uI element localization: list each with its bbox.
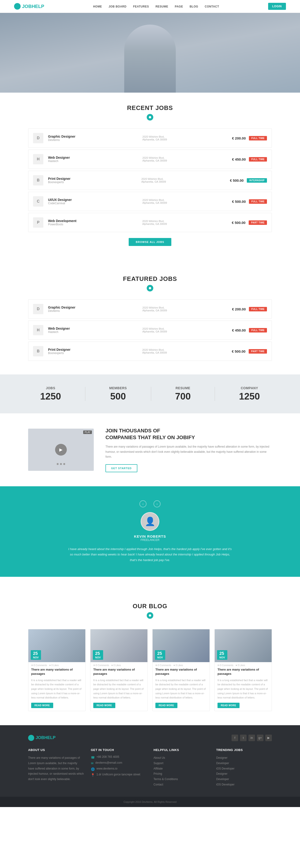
job-price-2: € 450.00 [232,157,246,161]
table-row: D Graphic Designer Devitems 2020 Wilshir… [28,300,272,319]
testimonial-arrows: ‹ › [28,500,272,507]
login-button[interactable]: LOGIN [268,3,286,10]
footer-link-support[interactable]: Support [154,762,163,765]
social-linkedin-icon[interactable]: in [248,735,255,741]
job-title-4: UI/UX Designer [48,198,138,202]
job-location-1: 2020 Wilshire Blvd,Alpharetta, GA 30009 [138,135,232,141]
featured-title-icon [147,285,153,291]
testimonial-name: KEVIN ROBERTS [28,534,272,538]
nav-home[interactable]: HOME [93,5,102,8]
nav-blog[interactable]: BLOG [190,5,198,8]
job-location-5: 2020 Wilshire Blvd,Alpharetta, GA 30009 [138,220,232,225]
get-started-button[interactable]: GET STARTED [105,464,137,472]
footer-trending-col: Trending Jobs Designer Developer iOS Dev… [216,748,272,787]
stat-jobs-label: Jobs [40,386,61,390]
footer-trending-5[interactable]: Developer [216,777,229,781]
table-row: C UI/UX Designer CodeCarnival 2020 Wilsh… [28,192,272,211]
blog-meta-text-3: ✉ 0 Comments [156,664,171,666]
featured-jobs-title-wrap: FEATURED JOBS [0,264,300,300]
f-job-price-1: € 200.00 [232,307,246,311]
job-price-5: € 500.00 [232,221,245,225]
read-more-button-1[interactable]: READ MORE [31,703,53,708]
read-more-button-2[interactable]: READ MORE [93,703,115,708]
job-info-3: Print Designer Boonexperts [48,177,137,184]
footer-email-text: devitems@email.com [95,761,122,764]
nav-jobboard[interactable]: JOB BOARD [108,5,127,8]
f-job-location-3: 2020 Wilshire Blvd,Alpharetta, GA 30009 [138,348,232,354]
footer-link-aboutus[interactable]: About Us [154,756,165,760]
stat-members: Members 500 [109,386,127,402]
blog-image-2: 25NOV [91,629,147,662]
blog-date-4: 25NOV [217,650,227,660]
footer-trending-6[interactable]: iOS Developer [216,783,235,786]
avatar: 👤 [141,512,159,531]
logo[interactable]: i JOBHELP [14,3,44,10]
job-badge-2: FULL TIME [249,157,267,161]
video-label: PLAY [83,431,92,434]
list-item: 25NOV ✉ 0 Comments ♥ 0 Likes There are m… [28,629,86,711]
nav-features[interactable]: FEATURES [133,5,149,8]
hero-content [0,13,300,93]
blog-title-wrap: OUR BLOG [28,591,272,627]
testimonial-prev-arrow[interactable]: ‹ [139,500,146,507]
social-youtube-icon[interactable]: ▶ [265,735,272,741]
social-facebook-icon[interactable]: f [232,735,238,741]
footer-website: 🌐 www.devitems.io [91,767,147,771]
nav-resume[interactable]: RESUME [156,5,168,8]
footer-trending-title: Trending Jobs [216,748,272,752]
footer-link-terms[interactable]: Terms & Conditions [154,777,178,781]
footer-logo-icon: i [28,735,34,741]
read-more-button-3[interactable]: READ MORE [156,703,177,708]
social-twitter-icon[interactable]: t [240,735,246,741]
recent-jobs-list: D Graphic Designer Devitems 2020 Wilshir… [0,128,300,264]
featured-jobs-title: FEATURED JOBS [0,275,300,282]
f-job-badge-3: PART TIME [249,349,267,353]
read-more-button-4[interactable]: READ MORE [218,703,239,708]
job-price-4: € 500.00 [232,199,246,204]
table-row: H Web Designer Hastech 2020 Wilshire Blv… [28,320,272,340]
blog-post-title-4: There are many variations of passages [218,668,269,676]
footer-link-pricing[interactable]: Pricing [154,772,162,775]
footer-trending-3[interactable]: iOS Developer [216,767,235,770]
nav-page[interactable]: PAGE [175,5,183,8]
f-job-price-2: € 450.00 [232,328,246,332]
video-play-button[interactable]: ▶ [55,444,67,456]
recent-jobs-section: RECENT JOBS D Graphic Designer Devitems … [0,93,300,264]
stat-resume-value: 700 [175,391,191,402]
social-googleplus-icon[interactable]: g+ [257,735,263,741]
list-item: 25NOV ✉ 0 Comments ♥ 0 Likes There are m… [90,629,148,711]
copyright-text: Copyright 2016 DevItems. All Rights Rese… [28,801,272,803]
job-title-1: Graphic Designer [48,134,138,138]
blog-title-icon [147,612,153,619]
footer-trending-2[interactable]: Developer [216,762,229,765]
testimonial-role: FREELANCER [28,538,272,541]
footer-link-affiliate[interactable]: Affiliate [154,767,163,770]
footer-logo: i JOBHELP [28,735,56,741]
footer-trending-list: Designer Developer iOS Developer Designe… [216,755,272,787]
blog-post-title-1: There are many variations of passages [31,668,82,676]
nav-contact[interactable]: CONTACT [205,5,219,8]
testimonial-next-arrow[interactable]: › [154,500,161,507]
browse-all-jobs-button[interactable]: BROWSE ALL JOBS [129,238,171,246]
f-job-price-3: € 500.00 [232,349,245,353]
job-price-3: € 500.00 [230,179,243,182]
table-row: P Web Development PowerBoots 2020 Wilshi… [28,213,272,232]
hero-person [124,25,176,93]
blog-meta-likes-3: ♥ 0 Likes [173,664,183,666]
blog-content-2: There are many variations of passages It… [91,668,147,711]
video-dot-3 [63,463,65,465]
table-row: B Print Designer Boonexperts 2020 Wilshi… [28,171,272,190]
testimonial-text: I have already heard about the internshi… [68,546,232,563]
join-video[interactable]: PLAY ▶ [28,429,94,471]
job-title-5: Web Development [48,219,138,223]
job-location-2: 2020 Wilshire Blvd,Alpharetta, GA 30009 [138,156,232,162]
footer-link-contact[interactable]: Contact [154,783,163,786]
video-dot-2 [60,463,62,465]
footer-trending-4[interactable]: Designer [216,772,228,775]
footer-trending-1[interactable]: Designer [216,756,228,760]
job-badge-4: FULL TIME [249,199,267,204]
job-info-4: UI/UX Designer CodeCarnival [48,198,138,205]
video-dot-1 [57,463,59,465]
job-info-5: Web Development PowerBoots [48,219,138,226]
stat-members-value: 500 [109,391,127,402]
